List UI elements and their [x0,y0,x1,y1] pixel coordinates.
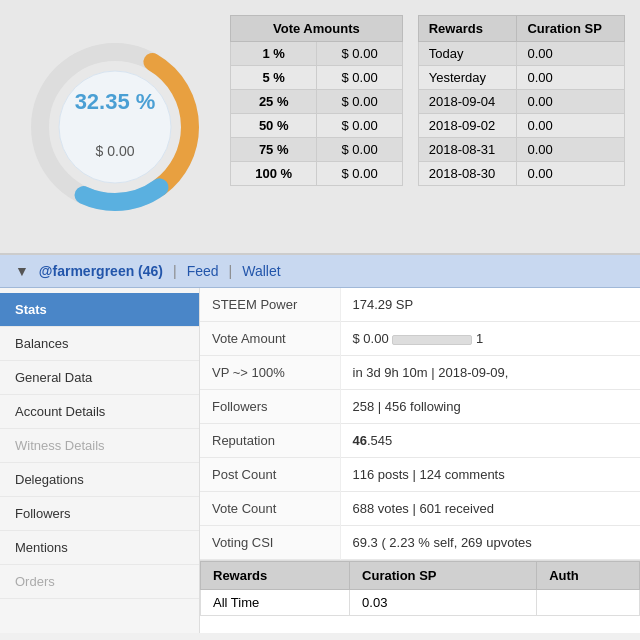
sidebar-item-general-data[interactable]: General Data [0,361,199,395]
vote-amount-row: 5 %$ 0.00 [231,66,403,90]
vote-dollar: $ 0.00 [317,162,402,186]
vote-dollar: $ 0.00 [317,114,402,138]
sidebar-item-delegations[interactable]: Delegations [0,463,199,497]
stats-row: Voting CSI69.3 ( 2.23 % self, 269 upvote… [200,526,640,560]
reward-value: 0.00 [517,162,625,186]
sidebar: StatsBalancesGeneral DataAccount Details… [0,288,200,633]
stats-panel: STEEM Power174.29 SPVote Amount$ 0.00 1V… [200,288,640,633]
reward-value: 0.00 [517,90,625,114]
wallet-link[interactable]: Wallet [242,263,280,279]
separator-2: | [229,263,233,279]
stats-value: 258 | 456 following [340,390,640,424]
stats-row: VP ~> 100%in 3d 9h 10m | 2018-09-09, [200,356,640,390]
vote-amount-row: 50 %$ 0.00 [231,114,403,138]
stats-row: Vote Count688 votes | 601 received [200,492,640,526]
stats-label: Vote Amount [200,322,340,356]
reward-top-row: 2018-08-310.00 [418,138,624,162]
stats-row: Vote Amount$ 0.00 1 [200,322,640,356]
sidebar-item-mentions[interactable]: Mentions [0,531,199,565]
stats-row: STEEM Power174.29 SP [200,288,640,322]
vote-pct: 75 % [231,138,317,162]
reward-label: 2018-08-31 [418,138,517,162]
vote-amount-row: 75 %$ 0.00 [231,138,403,162]
stats-value: 46.545 [340,424,640,458]
vote-amounts-panel: Vote Amounts 1 %$ 0.005 %$ 0.0025 %$ 0.0… [230,15,403,238]
stats-label: Reputation [200,424,340,458]
rewards-all-time-label: All Time [201,590,350,616]
reward-top-row: 2018-09-020.00 [418,114,624,138]
vote-dollar: $ 0.00 [317,66,402,90]
stats-value: 174.29 SP [340,288,640,322]
sidebar-item-stats[interactable]: Stats [0,293,199,327]
username[interactable]: @farmergreen (46) [39,263,163,279]
stats-label: Post Count [200,458,340,492]
rewards-auth [537,590,640,616]
vote-pct: 100 % [231,162,317,186]
reward-top-row: 2018-09-040.00 [418,90,624,114]
rewards-curation: 0.03 [350,590,537,616]
sidebar-item-account-details[interactable]: Account Details [0,395,199,429]
separator-1: | [173,263,177,279]
rewards-bottom-row: All Time0.03 [201,590,640,616]
sidebar-item-balances[interactable]: Balances [0,327,199,361]
vote-amount-row: 25 %$ 0.00 [231,90,403,114]
stats-label: Followers [200,390,340,424]
reward-label: Yesterday [418,66,517,90]
reward-top-row: 2018-08-300.00 [418,162,624,186]
rewards-bottom-header: Rewards [201,562,350,590]
vote-dollar: $ 0.00 [317,138,402,162]
reward-top-row: Today0.00 [418,42,624,66]
reward-label: 2018-08-30 [418,162,517,186]
stats-row: Followers258 | 456 following [200,390,640,424]
sidebar-item-followers[interactable]: Followers [0,497,199,531]
rewards-top-col2: Curation SP [517,16,625,42]
reward-value: 0.00 [517,66,625,90]
reward-value: 0.00 [517,42,625,66]
rewards-bottom-header: Curation SP [350,562,537,590]
bottom-rewards: RewardsCuration SPAuth All Time0.03 [200,560,640,616]
vote-dollar: $ 0.00 [317,90,402,114]
stats-label: STEEM Power [200,288,340,322]
vote-pct: 1 % [231,42,317,66]
reward-value: 0.00 [517,114,625,138]
stats-label: Vote Count [200,492,340,526]
vote-amounts-header: Vote Amounts [231,16,403,42]
stats-label: Voting CSI [200,526,340,560]
vote-amount-row: 1 %$ 0.00 [231,42,403,66]
rewards-top-panel: Rewards Curation SP Today0.00Yesterday0.… [418,15,625,238]
stats-value: 688 votes | 601 received [340,492,640,526]
vote-dollar: $ 0.00 [317,42,402,66]
reward-top-row: Yesterday0.00 [418,66,624,90]
rewards-top-col1: Rewards [418,16,517,42]
main-content: StatsBalancesGeneral DataAccount Details… [0,288,640,633]
account-bar: ▼ @farmergreen (46) | Feed | Wallet [0,255,640,288]
dropdown-arrow-icon[interactable]: ▼ [15,263,29,279]
reward-label: Today [418,42,517,66]
vote-pct: 25 % [231,90,317,114]
stats-row: Reputation46.545 [200,424,640,458]
stats-value: $ 0.00 1 [340,322,640,356]
stats-value: 116 posts | 124 comments [340,458,640,492]
vote-pct: 50 % [231,114,317,138]
stats-value: 69.3 ( 2.23 % self, 269 upvotes [340,526,640,560]
sidebar-item-witness-details: Witness Details [0,429,199,463]
vote-pct: 5 % [231,66,317,90]
vote-amount-row: 100 %$ 0.00 [231,162,403,186]
stats-row: Post Count116 posts | 124 comments [200,458,640,492]
reward-label: 2018-09-02 [418,114,517,138]
reward-value: 0.00 [517,138,625,162]
stats-label: VP ~> 100% [200,356,340,390]
gauge-percent: 32.35 % [75,88,156,114]
gauge-dollar: $ 0.00 [75,142,156,158]
top-section: 32.35 % $ 0.00 Vote Amounts 1 %$ 0.005 %… [0,0,640,255]
sidebar-item-orders: Orders [0,565,199,599]
gauge-center: 32.35 % $ 0.00 [75,88,156,158]
rewards-bottom-header: Auth [537,562,640,590]
reward-label: 2018-09-04 [418,90,517,114]
feed-link[interactable]: Feed [187,263,219,279]
gauge-container: 32.35 % $ 0.00 [15,15,215,238]
stats-value: in 3d 9h 10m | 2018-09-09, [340,356,640,390]
